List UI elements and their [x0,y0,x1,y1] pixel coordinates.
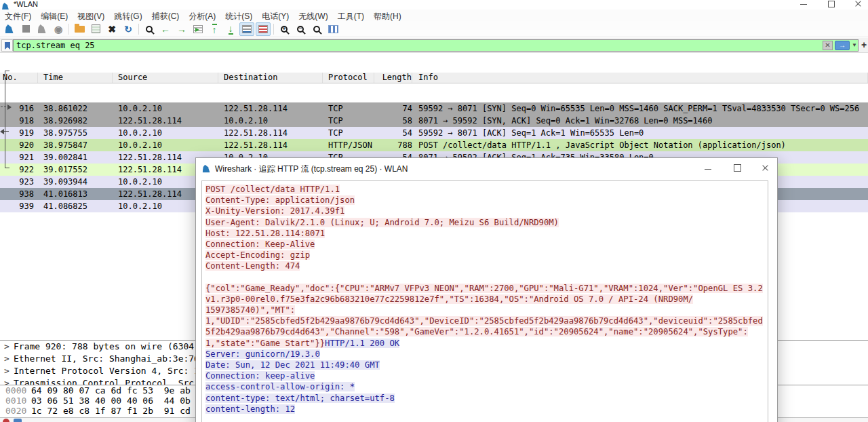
save-file-icon[interactable] [88,22,103,36]
dialog-title: Wireshark · 追踪 HTTP 流 (tcp.stream eq 25)… [215,164,408,175]
stop-capture-icon[interactable] [18,22,33,36]
wireshark-logo-icon [203,165,211,173]
dialog-maximize-button[interactable] [726,161,747,174]
column-header-info[interactable]: Info [412,73,868,83]
zoom-in-icon[interactable] [277,22,292,36]
response-arrow-icon [0,129,4,134]
maximize-button[interactable] [821,0,841,7]
go-top-icon[interactable]: ↑ [207,22,222,36]
column-header-no[interactable]: No. [0,73,38,83]
table-row[interactable]: 91938.97575510.0.2.10122.51.28.114TCP545… [0,127,868,139]
toolbar-separator [273,24,274,35]
response-arrow-line [3,131,9,132]
go-forward-icon[interactable]: → [174,22,189,36]
column-header-source[interactable]: Source [113,73,218,83]
capture-file-icon[interactable] [14,419,22,422]
dialog-title-bar: Wireshark · 追踪 HTTP 流 (tcp.stream eq 25)… [196,158,777,178]
auto-scroll-icon[interactable] [239,22,254,36]
open-file-icon[interactable] [72,22,87,36]
packet-list-header[interactable]: No.TimeSourceDestinationProtocolLengthIn… [0,73,868,83]
find-packet-icon[interactable] [142,22,157,36]
column-header-protocol[interactable]: Protocol [323,73,374,83]
filter-add-button[interactable]: + [860,39,868,51]
expand-icon[interactable]: > [4,353,14,365]
filter-clear-icon[interactable]: ✕ [823,41,833,50]
expand-icon[interactable]: > [4,341,14,353]
go-bottom-icon[interactable]: ↓ [223,22,238,36]
request-dash-line [1,107,7,107]
close-file-icon[interactable]: ✖ [104,22,119,36]
dialog-minimize-button[interactable] [698,161,718,174]
filter-bar: tcp.stream eq 25 ✕ → ▼ + [0,38,868,53]
expand-icon[interactable]: > [4,365,14,377]
toolbar-separator [68,24,69,35]
column-header-time[interactable]: Time [38,73,113,83]
zoom-out-icon[interactable] [293,22,308,36]
restart-capture-icon[interactable] [35,22,50,36]
dialog-close-button[interactable] [755,161,775,174]
request-arrow-icon [7,104,12,110]
filter-dropdown-icon[interactable]: ▼ [851,41,858,50]
go-back-icon[interactable]: ← [158,22,173,36]
table-row[interactable]: 91638.86102210.0.2.10122.51.28.114TCP745… [0,102,868,115]
stream-content[interactable]: POST /collect/data HTTP/1.1Content-Type:… [201,180,768,422]
title-bar: *WLAN [0,0,868,9]
expert-info-icon[interactable] [3,419,9,422]
related-stream-line [5,71,5,168]
colorize-icon[interactable] [256,22,271,36]
toolbar-separator [138,24,139,35]
table-row[interactable]: 91838.926982122.51.28.11410.0.2.10TCP588… [0,115,868,127]
reload-icon[interactable]: ↻ [121,22,136,36]
table-row[interactable]: 92038.97584710.0.2.10122.51.28.114HTTP/J… [0,139,868,151]
bookmark-icon[interactable] [1,39,13,52]
capture-options-icon[interactable]: ◉ [51,22,66,36]
main-toolbar: ◉✖↻←→↑↓ [0,21,868,37]
menu-bar: 文件(F)编辑(E)视图(V)跳转(G)捕获(C)分析(A)统计(S)电话(Y)… [0,9,868,21]
display-filter-input[interactable]: tcp.stream eq 25 [13,39,859,52]
minimize-button[interactable] [793,0,814,7]
expand-icon[interactable]: > [4,377,14,385]
column-header-length[interactable]: Length [374,73,412,83]
go-to-packet-icon[interactable] [191,22,205,36]
stream-start-tick [5,71,9,71]
window-title: *WLAN [14,0,38,8]
resize-columns-icon[interactable] [326,22,340,36]
follow-stream-dialog: Wireshark · 追踪 HTTP 流 (tcp.stream eq 25)… [195,157,778,422]
stream-end-tick [5,168,9,168]
filter-apply-icon[interactable]: → [835,41,850,50]
zoom-reset-icon[interactable] [309,22,324,36]
close-button[interactable] [848,0,868,7]
column-header-destination[interactable]: Destination [218,73,323,83]
wireshark-window: { "window": { "title": "*WLAN", "menu": … [0,0,868,422]
start-capture-icon[interactable] [2,22,17,36]
